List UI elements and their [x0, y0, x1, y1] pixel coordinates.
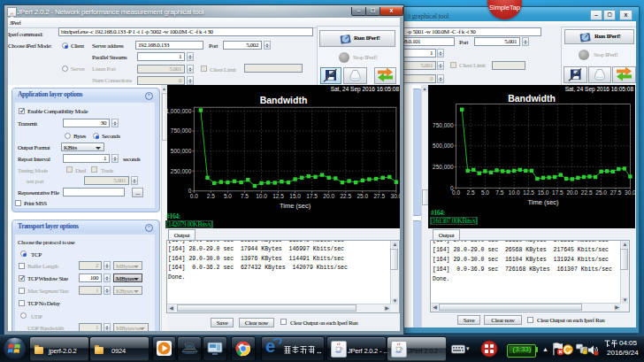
svg-text:10.0: 10.0 — [256, 193, 267, 199]
svg-text:12.5: 12.5 — [272, 193, 284, 199]
svg-text:30.0: 30.0 — [391, 193, 400, 199]
svg-text:27.5: 27.5 — [610, 189, 622, 196]
svg-text:750,000: 750,000 — [433, 122, 454, 128]
svg-text:Time (sec): Time (sec) — [280, 202, 311, 210]
svg-text:250,000: 250,000 — [433, 164, 454, 170]
svg-text:25.0: 25.0 — [356, 193, 368, 199]
svg-text:1,000,000: 1,000,000 — [167, 108, 192, 114]
svg-text:17.5: 17.5 — [306, 193, 318, 199]
svg-text:500,000: 500,000 — [433, 142, 454, 149]
svg-text:0.0: 0.0 — [190, 193, 198, 199]
svg-text:750,000: 750,000 — [171, 127, 192, 134]
svg-text:17.5: 17.5 — [552, 189, 564, 196]
svg-text:500,000: 500,000 — [171, 148, 192, 154]
svg-text:27.5: 27.5 — [373, 193, 385, 199]
svg-text:250,000: 250,000 — [171, 168, 192, 174]
svg-text:30.0: 30.0 — [625, 189, 635, 196]
svg-text:20.0: 20.0 — [566, 189, 578, 196]
svg-text:15.0: 15.0 — [538, 189, 549, 196]
svg-text:25.0: 25.0 — [595, 189, 607, 196]
svg-text:7.5: 7.5 — [241, 193, 249, 199]
svg-text:0.0: 0.0 — [452, 189, 460, 196]
svg-text:2.5: 2.5 — [207, 193, 215, 199]
svg-text:22.5: 22.5 — [581, 189, 593, 196]
svg-text:5.0: 5.0 — [481, 189, 489, 196]
svg-text:22.5: 22.5 — [340, 193, 351, 199]
svg-text:12.5: 12.5 — [523, 189, 534, 196]
svg-text:10.0: 10.0 — [509, 189, 520, 196]
svg-text:20.0: 20.0 — [323, 193, 334, 199]
svg-text:2.5: 2.5 — [466, 189, 474, 196]
svg-text:Time (sec): Time (sec) — [527, 198, 559, 206]
svg-text:7.5: 7.5 — [495, 189, 503, 196]
svg-text:15.0: 15.0 — [289, 193, 301, 199]
svg-text:5.0: 5.0 — [224, 193, 232, 199]
